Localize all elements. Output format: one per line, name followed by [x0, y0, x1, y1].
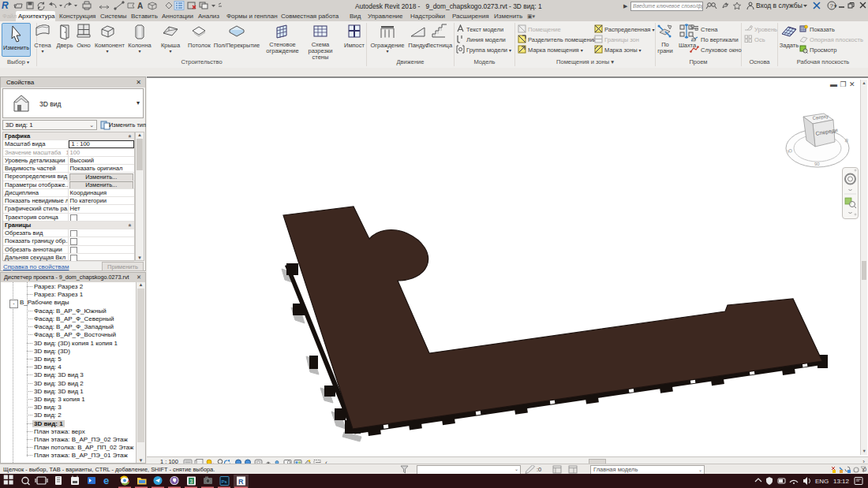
svg-text:?: ?	[830, 2, 834, 9]
svg-text:Вход в службы: Вход в службы	[756, 2, 803, 9]
svg-text:13:12: 13:12	[833, 478, 850, 485]
svg-text:В: В	[844, 138, 848, 143]
svg-text:R: R	[238, 478, 244, 486]
svg-text:A: A	[137, 2, 143, 10]
svg-text:Ps: Ps	[222, 479, 227, 484]
svg-text:3: 3	[190, 479, 193, 484]
svg-text:ENG: ENG	[815, 478, 829, 485]
svg-text:90: 90	[814, 162, 820, 166]
svg-text:e: e	[103, 475, 109, 486]
